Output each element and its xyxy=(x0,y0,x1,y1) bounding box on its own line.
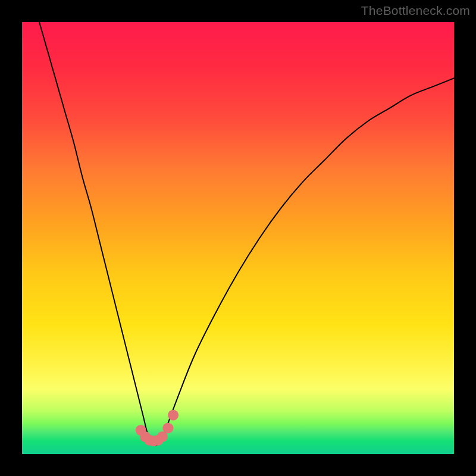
highlight-dots xyxy=(136,410,178,447)
watermark-text: TheBottleneck.com xyxy=(361,4,470,18)
highlight-dot xyxy=(168,410,178,421)
highlight-dot xyxy=(162,422,173,433)
chart-overlay xyxy=(22,22,454,454)
bottleneck-curve xyxy=(39,22,454,445)
chart-stage: TheBottleneck.com xyxy=(0,0,476,476)
